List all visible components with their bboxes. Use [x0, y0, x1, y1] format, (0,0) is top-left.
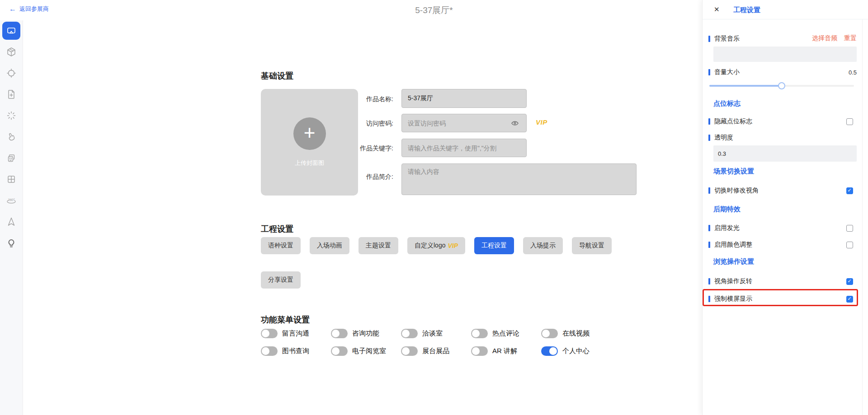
- toggle-label: AR 讲解: [492, 347, 517, 355]
- toggle-label: 咨询功能: [352, 329, 379, 338]
- button-project-settings[interactable]: 工程设置: [474, 237, 514, 254]
- button-language-settings[interactable]: 语种设置: [261, 237, 301, 254]
- keywords-input[interactable]: [401, 139, 527, 157]
- toggle-switch[interactable]: [471, 329, 488, 338]
- vip-badge: VIP: [448, 242, 458, 249]
- force-landscape-checkbox[interactable]: [846, 296, 853, 303]
- sidebar-item-cube-3d[interactable]: [2, 43, 20, 61]
- intro-textarea[interactable]: [401, 163, 637, 195]
- toggle-switch[interactable]: [261, 329, 278, 338]
- sidebar-item-file-add[interactable]: [2, 85, 20, 103]
- volume-label: 音量大小: [714, 68, 740, 76]
- bgm-file-box[interactable]: [713, 47, 857, 62]
- toggle-switch[interactable]: [471, 346, 488, 356]
- close-icon[interactable]: ✕: [714, 5, 720, 14]
- button-entry-animation[interactable]: 入场动画: [310, 237, 349, 254]
- svg-text:360°: 360°: [8, 198, 15, 202]
- button-share-settings[interactable]: 分享设置: [261, 271, 301, 289]
- lightbulb-icon: [6, 238, 17, 248]
- blue-bar: [708, 242, 710, 248]
- toggle-knob: [472, 330, 480, 337]
- eye-icon[interactable]: [511, 119, 519, 127]
- sidebar-item-burst-loading[interactable]: [2, 107, 20, 125]
- toggle-label: 在线视频: [562, 329, 590, 338]
- toggle-knob: [332, 347, 340, 355]
- hide-marker-label: 隐藏点位标志: [714, 117, 752, 126]
- sidebar-item-masks[interactable]: [2, 149, 20, 167]
- sidebar-item-hand-click[interactable]: [2, 128, 20, 146]
- blue-bar: [708, 135, 710, 141]
- color-adjust-checkbox[interactable]: [846, 242, 853, 248]
- toggle-item-ar-guide: AR 讲解: [471, 346, 541, 356]
- sidebar-item-screen-cast[interactable]: [2, 22, 20, 40]
- password-input[interactable]: [401, 114, 527, 132]
- button-label: 导航设置: [579, 242, 604, 250]
- toggle-label: 洽谈室: [422, 329, 443, 338]
- blue-bar: [708, 296, 710, 302]
- upload-label: 上传封面图: [261, 159, 358, 167]
- button-custom-logo[interactable]: 自定义logoVIP: [407, 237, 465, 254]
- force-landscape-label: 强制横屏显示: [714, 295, 752, 303]
- toggle-switch[interactable]: [541, 346, 558, 356]
- name-label: 作品名称:: [316, 95, 393, 103]
- nav-arrow-icon: [6, 216, 17, 227]
- slider-handle[interactable]: [778, 82, 785, 89]
- glow-checkbox[interactable]: [846, 225, 853, 232]
- toggle-switch[interactable]: [331, 346, 348, 356]
- opacity-input[interactable]: [713, 145, 857, 162]
- button-label: 主题设置: [366, 242, 391, 250]
- toggle-knob: [262, 330, 269, 337]
- hide-marker-checkbox[interactable]: [846, 118, 853, 125]
- toggle-knob: [402, 347, 410, 355]
- button-navigation-settings[interactable]: 导航设置: [572, 237, 612, 254]
- app-screen: ← 返回参展商 5-37展厅*: [0, 0, 868, 415]
- blue-bar: [708, 187, 710, 194]
- button-label: 分享设置: [268, 276, 293, 284]
- toggle-switch[interactable]: [331, 329, 348, 338]
- button-label: 自定义logo: [415, 242, 445, 250]
- select-audio-link[interactable]: 选择音频: [812, 34, 837, 42]
- button-label: 入场动画: [317, 242, 342, 250]
- project-settings-panel: ✕ 工程设置 背景音乐 选择音频 重置 音量大小 0.5 点位标志 隐藏点位标志: [702, 0, 868, 415]
- glow-label: 启用发光: [714, 224, 740, 232]
- toggle-label: 电子阅览室: [352, 347, 386, 355]
- sidebar-item-lightbulb[interactable]: [2, 234, 20, 252]
- button-label: 语种设置: [268, 242, 293, 250]
- sidebar-item-nav-arrow[interactable]: [2, 213, 20, 231]
- sidebar-item-grid[interactable]: [2, 170, 20, 188]
- toggle-knob: [549, 347, 557, 355]
- modify-view-label: 切换时修改视角: [714, 187, 759, 195]
- button-label: 入场提示: [530, 242, 556, 250]
- toggle-item-e-reading-room: 电子阅览室: [331, 346, 401, 356]
- toggle-item-consult: 咨询功能: [331, 329, 401, 338]
- sidebar-item-rotate-360[interactable]: 360°: [2, 191, 20, 210]
- tool-sidebar: 360°: [0, 20, 23, 415]
- button-label: 工程设置: [481, 242, 507, 250]
- basic-settings-title: 基础设置: [261, 70, 293, 81]
- modify-view-checkbox[interactable]: [846, 187, 853, 194]
- toggle-switch[interactable]: [541, 329, 558, 338]
- masks-icon: [6, 153, 17, 163]
- toggle-switch[interactable]: [401, 329, 418, 338]
- panel-scrollbar[interactable]: [862, 19, 863, 415]
- project-settings-title: 工程设置: [261, 224, 293, 234]
- toggle-item-booth-exhibits: 展台展品: [401, 346, 471, 356]
- toggle-item-personal-center: 个人中心: [541, 346, 611, 356]
- invert-view-checkbox[interactable]: [846, 278, 853, 285]
- bgm-row: 背景音乐 选择音频 重置: [708, 34, 857, 43]
- button-theme-settings[interactable]: 主题设置: [359, 237, 398, 254]
- volume-slider[interactable]: [709, 82, 854, 89]
- toggle-label: 热点评论: [492, 329, 519, 338]
- toggle-switch[interactable]: [261, 346, 278, 356]
- plus-icon: +: [304, 123, 316, 143]
- toggle-label: 个人中心: [562, 347, 590, 355]
- toggle-switch[interactable]: [401, 346, 418, 356]
- panel-header: ✕ 工程设置: [703, 0, 868, 19]
- button-entry-tips[interactable]: 入场提示: [523, 237, 563, 254]
- reset-audio-link[interactable]: 重置: [844, 34, 857, 42]
- toggle-label: 图书查询: [282, 347, 309, 355]
- name-input[interactable]: [401, 89, 527, 108]
- opacity-row: 透明度: [708, 133, 857, 142]
- sidebar-item-crosshair[interactable]: [2, 64, 20, 82]
- blue-bar: [708, 278, 710, 284]
